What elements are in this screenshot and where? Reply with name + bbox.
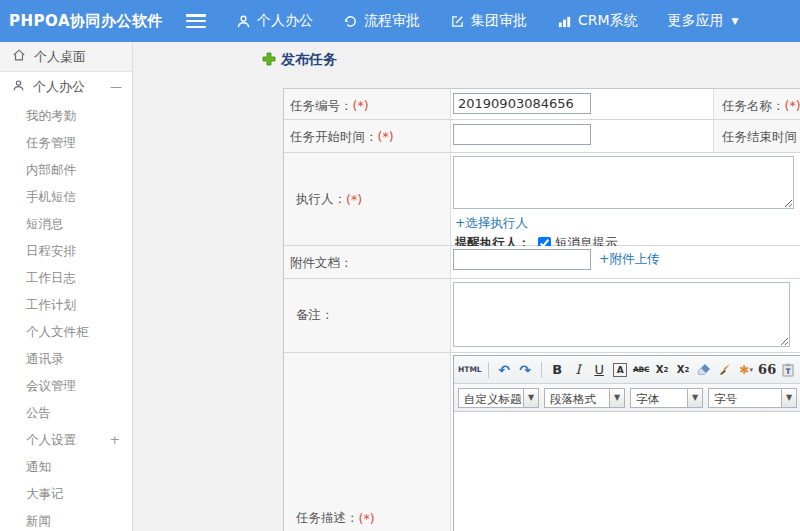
sidebar-item-task-management[interactable]: 任务管理 bbox=[0, 129, 132, 156]
sidebar-item-personal-office[interactable]: 个人办公 — bbox=[0, 72, 132, 102]
start-time-cell bbox=[451, 120, 713, 152]
executor-label: 执行人：(*) bbox=[284, 153, 451, 245]
sidebar-item-file-cabinet[interactable]: 个人文件柜 bbox=[0, 318, 132, 345]
sidebar-item-announcement[interactable]: 公告 bbox=[0, 399, 132, 426]
quick-format-button[interactable]: ✱▾ bbox=[737, 360, 756, 380]
app-logo: PHPOA协同办公软件 bbox=[0, 12, 186, 31]
attachment-cell: +附件上传 bbox=[451, 246, 800, 278]
required-mark: (*) bbox=[353, 98, 369, 113]
eraser-button[interactable] bbox=[695, 360, 714, 380]
sidebar: 个人桌面 个人办公 — 我的考勤 任务管理 内部邮件 手机短信 短消息 日程安排… bbox=[0, 42, 133, 531]
svg-text:T: T bbox=[786, 367, 792, 376]
format-painter-button[interactable] bbox=[716, 360, 735, 380]
sidebar-item-events[interactable]: 大事记 bbox=[0, 480, 132, 507]
sidebar-item-label: 个人办公 bbox=[33, 78, 85, 96]
strikethrough-button[interactable]: ABC bbox=[632, 360, 651, 380]
caret-down-icon: ▼ bbox=[732, 16, 739, 26]
user-icon bbox=[12, 79, 25, 95]
editor-content-area[interactable] bbox=[454, 412, 800, 531]
sidebar-item-personal-settings[interactable]: 个人设置 + bbox=[0, 426, 132, 453]
editor-toolbar-row2: 自定义标题▼ 段落格式▼ 字体▼ 字号▼ bbox=[454, 384, 800, 412]
sidebar-item-schedule[interactable]: 日程安排 bbox=[0, 237, 132, 264]
custom-title-dropdown[interactable]: 自定义标题▼ bbox=[458, 388, 539, 408]
attachment-label: 附件文档： bbox=[284, 246, 451, 278]
history-arrow-icon bbox=[343, 14, 358, 29]
editor-toolbar-row1: HTML ↶ ↷ B I U A ABC X2 X2 bbox=[454, 356, 800, 384]
nav-more-apps[interactable]: 更多应用 ▼ bbox=[668, 12, 739, 30]
task-no-cell bbox=[451, 89, 713, 119]
brush-icon bbox=[718, 363, 732, 376]
task-no-input[interactable] bbox=[453, 93, 591, 114]
nav-group-approval[interactable]: 集团审批 bbox=[450, 12, 527, 30]
clipboard-icon: T bbox=[782, 363, 794, 377]
sidebar-item-meeting[interactable]: 会议管理 bbox=[0, 372, 132, 399]
blockquote-button[interactable]: 66 bbox=[758, 360, 777, 380]
font-size-dropdown[interactable]: 字号▼ bbox=[708, 388, 797, 408]
caret-down-icon: ▼ bbox=[523, 389, 538, 407]
collapse-icon[interactable]: — bbox=[110, 80, 122, 94]
sidebar-item-work-log[interactable]: 工作日志 bbox=[0, 264, 132, 291]
nav-personal-office[interactable]: 个人办公 bbox=[236, 12, 313, 30]
edit-square-icon bbox=[450, 14, 465, 29]
sidebar-item-notice[interactable]: 通知 bbox=[0, 453, 132, 480]
remark-label: 备注： bbox=[284, 279, 451, 352]
redo-button[interactable]: ↷ bbox=[516, 360, 535, 380]
topbar: PHPOA协同办公软件 个人办公 流程审批 集团审批 CRM系统 bbox=[0, 0, 800, 42]
rich-text-editor: HTML ↶ ↷ B I U A ABC X2 X2 bbox=[453, 355, 800, 531]
description-cell: HTML ↶ ↷ B I U A ABC X2 X2 bbox=[451, 353, 800, 531]
form-row-description: 任务描述：(*) HTML ↶ ↷ B I U A ABC X bbox=[284, 353, 800, 531]
nav-workflow-approval[interactable]: 流程审批 bbox=[343, 12, 420, 30]
nav-label: CRM系统 bbox=[578, 12, 638, 30]
caret-down-icon: ▼ bbox=[687, 389, 702, 407]
bold-button[interactable]: B bbox=[548, 360, 567, 380]
choose-executor-link[interactable]: +选择执行人 bbox=[455, 215, 800, 232]
required-mark: (*) bbox=[346, 192, 362, 207]
source-code-button[interactable]: HTML bbox=[458, 360, 482, 380]
required-mark: (*) bbox=[359, 511, 375, 526]
description-label: 任务描述：(*) bbox=[284, 353, 451, 531]
start-time-label: 任务开始时间：(*) bbox=[284, 120, 451, 152]
italic-button[interactable]: I bbox=[569, 360, 588, 380]
attachment-input[interactable] bbox=[453, 249, 591, 270]
start-time-input[interactable] bbox=[453, 124, 591, 145]
form-row-attachment: 附件文档： +附件上传 bbox=[284, 246, 800, 279]
paste-button[interactable]: T bbox=[779, 360, 798, 380]
underline-button[interactable]: U bbox=[590, 360, 609, 380]
subscript-button[interactable]: X2 bbox=[674, 360, 693, 380]
sidebar-item-mobile-sms[interactable]: 手机短信 bbox=[0, 183, 132, 210]
form-row-executor: 执行人：(*) +选择执行人 提醒执行人： 短消息提示 bbox=[284, 153, 800, 246]
remark-textarea[interactable] bbox=[453, 282, 790, 347]
sidebar-item-attendance[interactable]: 我的考勤 bbox=[0, 102, 132, 129]
eraser-icon bbox=[697, 363, 711, 376]
nav-label: 集团审批 bbox=[471, 12, 527, 30]
user-icon bbox=[236, 14, 251, 29]
form-row-start-time: 任务开始时间：(*) 任务结束时间：(*) bbox=[284, 120, 800, 153]
remark-cell bbox=[451, 279, 800, 352]
font-style-button[interactable]: A bbox=[611, 360, 630, 380]
sidebar-item-desktop[interactable]: 个人桌面 bbox=[0, 42, 132, 72]
sidebar-item-short-message[interactable]: 短消息 bbox=[0, 210, 132, 237]
attachment-upload-link[interactable]: +附件上传 bbox=[599, 251, 659, 268]
superscript-button[interactable]: X2 bbox=[653, 360, 672, 380]
page-title: 发布任务 bbox=[262, 51, 337, 69]
sidebar-item-contacts[interactable]: 通讯录 bbox=[0, 345, 132, 372]
executor-cell: +选择执行人 提醒执行人： 短消息提示 bbox=[451, 153, 800, 245]
expand-icon[interactable]: + bbox=[110, 426, 120, 453]
sidebar-item-news[interactable]: 新闻 bbox=[0, 507, 132, 531]
required-mark: (*) bbox=[378, 129, 394, 144]
font-family-dropdown[interactable]: 字体▼ bbox=[630, 388, 703, 408]
undo-button[interactable]: ↶ bbox=[495, 360, 514, 380]
nav-crm-system[interactable]: CRM系统 bbox=[557, 12, 638, 30]
paragraph-format-dropdown[interactable]: 段落格式▼ bbox=[544, 388, 625, 408]
sidebar-item-internal-mail[interactable]: 内部邮件 bbox=[0, 156, 132, 183]
sidebar-item-work-plan[interactable]: 工作计划 bbox=[0, 291, 132, 318]
publish-task-form: 任务编号：(*) 任务名称：(*) 任务开始时间：(*) 任务结束时间：(*) bbox=[283, 88, 800, 531]
end-time-label: 任务结束时间：(*) bbox=[713, 120, 800, 152]
bar-chart-icon bbox=[557, 14, 572, 29]
add-icon bbox=[262, 52, 276, 69]
magic-wand-icon: ✱ bbox=[739, 363, 749, 377]
executor-textarea[interactable] bbox=[453, 156, 794, 209]
menu-toggle-icon[interactable] bbox=[186, 14, 206, 28]
nav-label: 更多应用 bbox=[668, 12, 724, 30]
caret-down-icon: ▼ bbox=[781, 389, 796, 407]
